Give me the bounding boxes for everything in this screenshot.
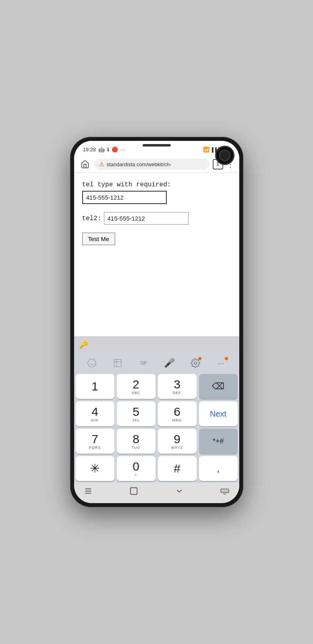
svg-rect-9: [221, 489, 229, 493]
wifi-icon: 📶: [203, 147, 209, 153]
key-icon: 🔑: [79, 340, 88, 349]
tel-input[interactable]: [82, 191, 167, 204]
address-bar[interactable]: ⚠ standardista.com/webkit/ch-: [94, 159, 209, 170]
status-time: 19:28: [83, 147, 96, 153]
status-left: 19:28 🤖 ℹ 🔴 ···: [83, 147, 125, 153]
home-button[interactable]: [79, 158, 91, 170]
key-hash[interactable]: #: [158, 456, 197, 481]
tel2-field-section: tel2:: [82, 212, 231, 225]
svg-point-0: [88, 359, 96, 367]
numpad: 1 2 ABC 3 DEF ⌫ 4 GHI 5 JKL: [74, 372, 239, 483]
key-9[interactable]: 9 WXYZ: [158, 429, 197, 454]
key-5[interactable]: 5 JKL: [117, 401, 155, 426]
info-icon: ℹ: [107, 147, 109, 153]
backspace-icon: ⌫: [212, 381, 224, 392]
gear-notification-dot: [198, 357, 201, 360]
phone-screen: 19:28 🤖 ℹ 🔴 ··· 📶 ▌▌▌ 🔋 ⚠: [74, 141, 239, 503]
key-2[interactable]: 2 ABC: [117, 374, 155, 399]
recents-button[interactable]: [175, 487, 184, 497]
key-star[interactable]: ✳: [76, 456, 114, 481]
tel2-input[interactable]: [104, 212, 189, 225]
gif-icon[interactable]: GIF: [136, 355, 151, 371]
svg-point-4: [194, 362, 197, 364]
mic-icon[interactable]: 🎤: [162, 355, 177, 371]
key-next[interactable]: Next: [199, 401, 238, 426]
key-0[interactable]: 0 +: [117, 456, 155, 481]
sticker-icon[interactable]: [110, 355, 125, 371]
android-icon: 🤖: [98, 147, 105, 153]
settings-icon[interactable]: [188, 355, 203, 371]
phone-frame: 19:28 🤖 ℹ 🔴 ··· 📶 ▌▌▌ 🔋 ⚠: [70, 137, 243, 507]
key-3[interactable]: 3 DEF: [158, 374, 197, 399]
keyboard-hide-button[interactable]: [220, 487, 229, 497]
web-content: tel type with required: tel2: Test Me: [74, 173, 239, 336]
tel-field-section: tel type with required:: [82, 181, 231, 204]
keyboard-toolbar: 🔑: [74, 336, 239, 352]
svg-rect-8: [131, 488, 137, 495]
more-notification-dot: [225, 357, 228, 360]
key-special[interactable]: *+#: [199, 429, 238, 454]
camera-lens: [219, 150, 230, 161]
warning-icon: ⚠: [99, 161, 104, 167]
tel2-label: tel2:: [82, 212, 231, 225]
emoji-icon[interactable]: [84, 355, 99, 371]
submit-section: Test Me: [82, 233, 231, 245]
key-comma[interactable]: ,: [199, 456, 238, 481]
back-button[interactable]: [84, 487, 93, 497]
more-dots: ···: [120, 147, 125, 153]
tel-label: tel type with required:: [82, 181, 231, 188]
bottom-nav: [74, 483, 239, 503]
keyboard-top-icons: GIF 🎤 ···: [74, 352, 239, 372]
more-options-icon[interactable]: ···: [214, 355, 229, 371]
url-text: standardista.com/webkit/ch-: [107, 161, 172, 167]
key-backspace[interactable]: ⌫: [199, 374, 238, 399]
home-nav-button[interactable]: [129, 487, 138, 497]
key-7[interactable]: 7 PQRS: [76, 429, 114, 454]
speaker: [143, 144, 171, 147]
key-6[interactable]: 6 MNO: [158, 401, 197, 426]
status-bar: 19:28 🤖 ℹ 🔴 ··· 📶 ▌▌▌ 🔋: [74, 141, 239, 156]
key-8[interactable]: 8 TUV: [117, 429, 155, 454]
test-button[interactable]: Test Me: [82, 233, 116, 245]
key-4[interactable]: 4 GHI: [76, 401, 114, 426]
browser-bar: ⚠ standardista.com/webkit/ch- 1 ⋮: [74, 156, 239, 173]
key-1[interactable]: 1: [76, 374, 114, 399]
browser-icon: 🔴: [112, 147, 118, 153]
svg-rect-3: [114, 359, 121, 367]
camera: [215, 146, 234, 165]
